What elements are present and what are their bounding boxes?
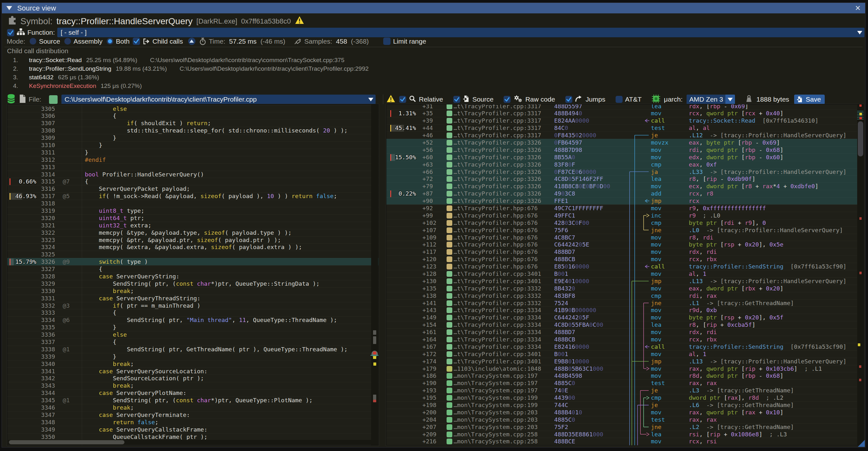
asm-file-ref[interactable]: …t\TracyProfiler.cpp:3317	[454, 124, 541, 132]
asm-file-ref[interactable]: …t\TracyProfiler.cpp:3334	[454, 314, 541, 321]
child-call-item[interactable]: 2.tracy::Profiler::SendLongString19.88 m…	[13, 64, 369, 73]
asm-line[interactable]: +66…t\TracyProfiler.cpp:33260F87CE060000…	[386, 168, 864, 176]
asm-file-ref[interactable]: …t\TracyProfiler.cpp:3326	[454, 147, 541, 154]
asm-file-ref[interactable]: …t\TracyProfiler.cpp:3326	[454, 169, 541, 176]
asm-line[interactable]: +117…t\TracyProfiler.hpp:676488BD7movrdx…	[386, 248, 864, 255]
asm-mnemonic[interactable]: mov	[651, 307, 661, 314]
source-hscrollbar-thumb[interactable]	[9, 440, 124, 444]
asm-line[interactable]: +204…mon\TracySystem.cpp:2034885C0testra…	[386, 416, 864, 423]
asm-mnemonic[interactable]: je	[651, 132, 658, 139]
source-file-icon[interactable]	[446, 395, 452, 401]
asm-line[interactable]: +109…t\TracyProfiler.hpp:6764C8BC7movr8,…	[386, 234, 864, 241]
asm-mnemonic[interactable]: mov	[651, 256, 661, 263]
source-line[interactable]: 3347 case ServerQueryTerminate:	[7, 411, 378, 419]
asm-mnemonic[interactable]: mov	[651, 351, 661, 358]
line-number[interactable]: 3344	[7, 390, 55, 397]
source-file-icon[interactable]	[446, 388, 452, 393]
line-number[interactable]: 3328	[7, 273, 55, 280]
asm-line[interactable]: 0.22%+87…t\TracyProfiler.cpp:33264903C8a…	[386, 190, 864, 197]
source-line[interactable]: 3309 }	[7, 134, 378, 142]
source-line[interactable]: 3328 case ServerQueryString:	[7, 273, 378, 280]
source-line[interactable]: 3314bool Profiler::HandleServerQuery()	[7, 171, 378, 178]
asm-file-ref[interactable]: …mon\TracySystem.cpp:203	[454, 409, 537, 416]
source-file-icon[interactable]	[446, 228, 452, 233]
source-line[interactable]: 3320 uint64_t ptr;	[7, 214, 378, 222]
line-number[interactable]: 3335	[7, 324, 55, 331]
line-number[interactable]: 3319	[7, 207, 55, 215]
collapse-child-calls-button[interactable]	[188, 38, 195, 45]
asm-file-ref[interactable]: …mon\TracySystem.cpp:197	[454, 380, 537, 387]
uarch-combo[interactable]: AMD Zen 3	[687, 95, 735, 104]
asm-line[interactable]: +56…t\TracyProfiler.cpp:3326488B7D98movr…	[386, 146, 864, 153]
source-file-icon[interactable]	[446, 198, 452, 204]
source-line[interactable]: 3331 case ServerQueryThreadString:	[7, 295, 378, 302]
line-number[interactable]: 3349	[7, 426, 55, 433]
asm-file-ref[interactable]: …t\TracyProfiler.cpp:3317	[454, 104, 541, 110]
asm-file-ref[interactable]: …t\TracyProfiler.hpp:676	[454, 241, 537, 248]
asm-line[interactable]: +207…mon\TracySystem.cpp:20375F2jne.L2 -…	[386, 423, 864, 431]
asm-file-ref[interactable]: …t\TracyProfiler.cpp:3326	[454, 198, 541, 205]
source-line[interactable]: 3338@1 SendString( ptr, GetThreadName( p…	[7, 345, 378, 353]
asm-line[interactable]: +200…mon\TracySystem.cpp:203488B4010movr…	[386, 409, 864, 416]
line-number[interactable]: 3313	[7, 164, 55, 171]
asm-line[interactable]: +63…t\TracyProfiler.cpp:332683F80Fcmpeax…	[386, 161, 864, 168]
source-file-icon[interactable]	[446, 183, 452, 189]
line-number[interactable]: 3323	[7, 237, 55, 244]
source-line[interactable]: 3325	[7, 251, 378, 258]
asm-file-ref[interactable]: …t\TracyProfiler.cpp:3326	[454, 190, 541, 198]
asm-file-ref[interactable]: …t\TracyProfiler.cpp:3334	[454, 329, 541, 336]
asm-file-ref[interactable]: …mon\TracySystem.cpp:197	[454, 387, 537, 394]
source-file-icon[interactable]	[446, 169, 452, 175]
source-line[interactable]: 3348 return false;	[7, 419, 378, 426]
line-number[interactable]: 3305	[7, 106, 55, 113]
asm-mnemonic[interactable]: cmp	[651, 292, 661, 300]
asm-file-ref[interactable]: …1103\include\atomic:1048	[454, 365, 541, 373]
line-number[interactable]: 3324	[7, 244, 55, 251]
asm-file-ref[interactable]: …t\TracyProfiler.cpp:3334	[454, 321, 541, 329]
source-file-icon[interactable]	[446, 213, 452, 218]
limit-range-checkbox[interactable]	[383, 38, 391, 45]
asm-file-ref[interactable]: …t\TracyProfiler.cpp:3317	[454, 110, 541, 117]
line-number[interactable]: 3348	[7, 419, 55, 426]
file-combo[interactable]: C:\Users\wolf\Desktop\darkrl\contrib\tra…	[61, 95, 376, 104]
asm-mnemonic[interactable]: jmp	[651, 278, 661, 285]
asm-line[interactable]: +143…t\TracyProfiler.cpp:333441B90B00000…	[386, 306, 864, 314]
function-combo[interactable]: [ - self - ]	[57, 28, 865, 37]
source-line[interactable]: 3308 std::this_thread::sleep_for( std::c…	[7, 127, 378, 134]
asm-line[interactable]: +138…t\TracyProfiler.cpp:3332483BF8cmprd…	[386, 292, 864, 299]
source-file-icon[interactable]	[446, 417, 452, 423]
asm-line[interactable]: +193…mon\TracySystem.cpp:197740Eje.L3 ->…	[386, 387, 864, 394]
asm-mnemonic[interactable]: jne	[651, 300, 661, 307]
asm-line[interactable]: +123…t\TracyProfiler.hpp:676E850160000ca…	[386, 263, 864, 270]
asm-mnemonic[interactable]: lea	[651, 176, 661, 183]
asm-file-ref[interactable]: …t\TracyProfiler.cpp:3326	[454, 176, 541, 183]
asm-line[interactable]: +141…t\TracyProfiler.cpp:33327524jne.L1 …	[386, 299, 864, 307]
source-file-icon[interactable]	[446, 104, 452, 109]
source-file-icon[interactable]	[446, 220, 452, 226]
source-file-icon[interactable]	[446, 132, 452, 138]
source-file-icon[interactable]	[446, 235, 452, 240]
line-number[interactable]: 3306	[7, 113, 55, 120]
line-number[interactable]: 3345	[7, 397, 55, 404]
asm-file-ref[interactable]: …t\TracyProfiler.hpp:676	[454, 205, 537, 212]
asm-file-ref[interactable]: …mon\TracySystem.cpp:258	[454, 438, 537, 445]
line-number[interactable]: 3307	[7, 120, 55, 127]
source-file-icon[interactable]	[446, 431, 452, 437]
asm-line[interactable]: +154…t\TracyProfiler.cpp:33344C8D055FBA0…	[386, 321, 864, 328]
source-line[interactable]: 3335 }	[7, 324, 378, 331]
line-number[interactable]: 3314	[7, 171, 55, 178]
asm-file-ref[interactable]: …t\TracyProfiler.cpp:3401	[454, 278, 541, 285]
asm-mnemonic[interactable]: mov	[651, 409, 661, 416]
source-checkbox[interactable]	[453, 96, 460, 103]
source-line[interactable]: 3310 }	[7, 142, 378, 149]
line-number[interactable]: 3325	[7, 251, 55, 258]
source-file-icon[interactable]	[446, 162, 452, 168]
source-hscrollbar[interactable]	[8, 440, 371, 445]
line-number[interactable]: 3312	[7, 156, 55, 164]
asm-mnemonic[interactable]: call	[651, 117, 665, 124]
asm-mnemonic[interactable]: jne	[651, 424, 661, 431]
source-file-icon[interactable]	[446, 278, 452, 284]
line-number[interactable]: 3330	[7, 288, 55, 295]
asm-file-ref[interactable]: …t\TracyProfiler.cpp:3401	[454, 358, 541, 365]
asm-mnemonic[interactable]: mov	[651, 110, 661, 117]
